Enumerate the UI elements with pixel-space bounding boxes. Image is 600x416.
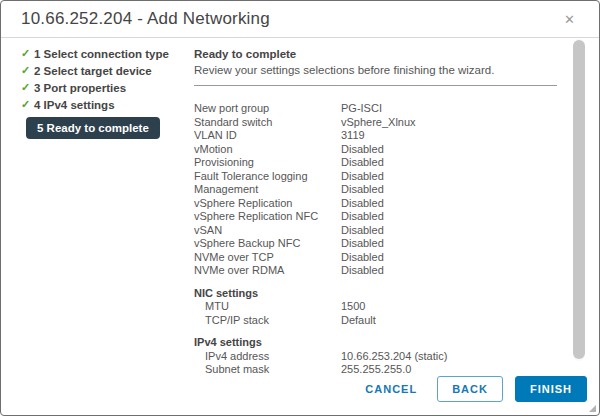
page-subtitle: Review your settings selections before f… [194, 63, 557, 77]
row-value: Disabled [341, 197, 384, 211]
page-title: Ready to complete [194, 47, 557, 61]
scrollbar-thumb[interactable] [573, 40, 585, 359]
settings-row: Subnet mask255.255.255.0 [194, 363, 557, 377]
row-value: 255.255.255.0 [341, 363, 411, 377]
row-label: vSphere Replication [194, 197, 341, 211]
row-value: Disabled [341, 210, 384, 224]
settings-row: vSphere ReplicationDisabled [194, 197, 557, 211]
row-label: TCP/IP stack [205, 314, 341, 328]
dialog-header: 10.66.252.204 - Add Networking ✕ [1, 1, 599, 38]
row-label: NVMe over TCP [194, 251, 341, 265]
settings-row: vSphere Replication NFCDisabled [194, 210, 557, 224]
row-value: 3119 [341, 129, 365, 143]
dialog-title: 10.66.252.204 - Add Networking [21, 9, 270, 29]
row-label: Management [194, 183, 341, 197]
check-icon: ✓ [21, 98, 34, 111]
row-value: vSphere_Xlnux [341, 116, 416, 130]
settings-row: vMotionDisabled [194, 143, 557, 157]
close-icon[interactable]: ✕ [560, 11, 579, 28]
row-value: Disabled [341, 156, 384, 170]
row-label: Subnet mask [205, 363, 341, 377]
settings-section: NIC settingsMTU1500TCP/IP stackDefault [194, 287, 557, 328]
row-value: Disabled [341, 251, 384, 265]
row-value: Disabled [341, 170, 384, 184]
step-label: 2 Select target device [34, 65, 152, 77]
finish-button[interactable]: FINISH [515, 376, 587, 402]
step-label: 4 IPv4 settings [34, 99, 115, 111]
settings-row: NVMe over TCPDisabled [194, 251, 557, 265]
row-value: Disabled [341, 237, 384, 251]
row-value: PG-ISCI [341, 102, 382, 116]
row-value: Default [341, 314, 376, 328]
row-label: vMotion [194, 143, 341, 157]
step-label: 1 Select connection type [34, 48, 169, 60]
settings-row: New port groupPG-ISCI [194, 102, 557, 116]
row-label: vSphere Replication NFC [194, 210, 341, 224]
row-label: vSAN [194, 224, 341, 238]
row-label: Fault Tolerance logging [194, 170, 341, 184]
content-divider [194, 85, 557, 86]
row-label: IPv4 address [205, 350, 341, 364]
back-button[interactable]: BACK [437, 376, 503, 402]
wizard-step-3[interactable]: ✓3 Port properties [21, 79, 176, 96]
row-value: Disabled [341, 143, 384, 157]
add-networking-dialog: 10.66.252.204 - Add Networking ✕ ✓1 Sele… [0, 0, 600, 416]
settings-row: IPv4 address10.66.253.204 (static) [194, 350, 557, 364]
settings-row: Fault Tolerance loggingDisabled [194, 170, 557, 184]
dialog-body: ✓1 Select connection type✓2 Select targe… [1, 38, 599, 362]
settings-row: vSANDisabled [194, 224, 557, 238]
row-label: MTU [205, 300, 341, 314]
check-icon: ✓ [21, 64, 34, 77]
wizard-step-2[interactable]: ✓2 Select target device [21, 62, 176, 79]
cancel-button[interactable]: CANCEL [357, 377, 425, 401]
content-panel: Ready to complete Review your settings s… [176, 38, 599, 362]
wizard-step-4[interactable]: ✓4 IPv4 settings [21, 96, 176, 113]
row-label: New port group [194, 102, 341, 116]
settings-list: New port groupPG-ISCIStandard switchvSph… [194, 102, 557, 278]
row-label: Provisioning [194, 156, 341, 170]
step-label: 5 Ready to complete [37, 122, 149, 134]
resize-handle-icon[interactable] [589, 405, 596, 412]
row-value: Disabled [341, 224, 384, 238]
settings-row: ProvisioningDisabled [194, 156, 557, 170]
section-title: IPv4 settings [194, 336, 557, 350]
settings-row: NVMe over RDMADisabled [194, 264, 557, 278]
wizard-steps: ✓1 Select connection type✓2 Select targe… [1, 38, 176, 362]
row-label: NVMe over RDMA [194, 264, 341, 278]
row-value: Disabled [341, 183, 384, 197]
settings-row: vSphere Backup NFCDisabled [194, 237, 557, 251]
row-value: 10.66.253.204 (static) [341, 350, 447, 364]
settings-row: VLAN ID3119 [194, 129, 557, 143]
step-label: 3 Port properties [34, 82, 126, 94]
scrollbar[interactable] [573, 39, 585, 361]
row-label: vSphere Backup NFC [194, 237, 341, 251]
section-title: NIC settings [194, 287, 557, 301]
row-label: VLAN ID [194, 129, 341, 143]
row-value: Disabled [341, 264, 384, 278]
row-label: Standard switch [194, 116, 341, 130]
settings-section: IPv4 settingsIPv4 address10.66.253.204 (… [194, 336, 557, 377]
settings-sections: NIC settingsMTU1500TCP/IP stackDefaultIP… [194, 287, 557, 377]
settings-row: ManagementDisabled [194, 183, 557, 197]
check-icon: ✓ [21, 47, 34, 60]
settings-row: Standard switchvSphere_Xlnux [194, 116, 557, 130]
wizard-step-5[interactable]: 5 Ready to complete [26, 117, 160, 139]
settings-row: TCP/IP stackDefault [194, 314, 557, 328]
row-value: 1500 [341, 300, 365, 314]
settings-row: MTU1500 [194, 300, 557, 314]
wizard-step-1[interactable]: ✓1 Select connection type [21, 45, 176, 62]
check-icon: ✓ [21, 81, 34, 94]
